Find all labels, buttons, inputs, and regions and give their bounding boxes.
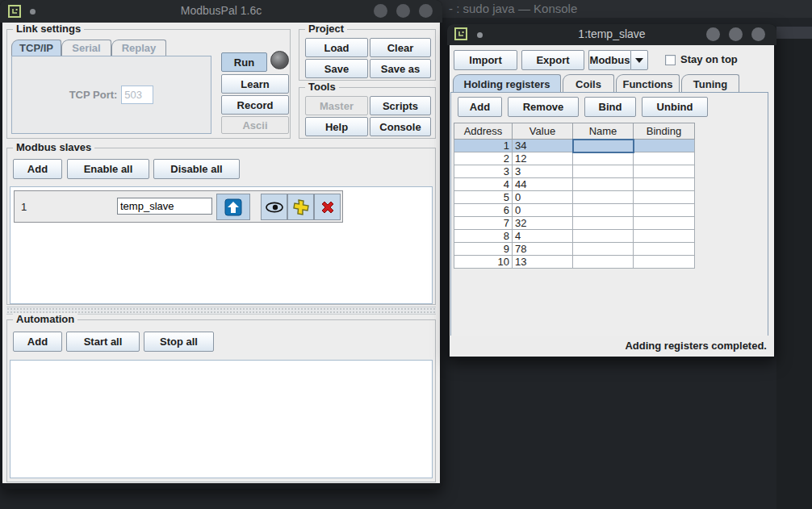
add-register-button[interactable]: Add bbox=[458, 97, 502, 117]
maximize-button[interactable] bbox=[396, 4, 410, 18]
slave-add-automation-button[interactable] bbox=[287, 194, 314, 220]
name-cell[interactable] bbox=[573, 165, 634, 178]
tab-serial[interactable]: Serial bbox=[61, 40, 111, 56]
minimize-button[interactable] bbox=[706, 27, 720, 41]
name-cell[interactable] bbox=[573, 256, 634, 269]
table-row[interactable]: 978 bbox=[454, 243, 695, 256]
table-row[interactable]: 1013 bbox=[454, 256, 695, 269]
header-address[interactable]: Address bbox=[454, 123, 513, 140]
tab-replay[interactable]: Replay bbox=[111, 40, 166, 56]
save-button[interactable]: Save bbox=[305, 59, 368, 78]
value-cell[interactable]: 44 bbox=[513, 178, 573, 191]
learn-button[interactable]: Learn bbox=[221, 74, 289, 94]
unbind-button[interactable]: Unbind bbox=[642, 97, 708, 117]
address-cell[interactable]: 1 bbox=[454, 140, 513, 152]
binding-cell[interactable] bbox=[634, 243, 695, 256]
name-cell[interactable] bbox=[573, 204, 634, 217]
slave-name-input[interactable] bbox=[117, 198, 212, 215]
header-name[interactable]: Name bbox=[573, 123, 634, 140]
tab-coils[interactable]: Coils bbox=[563, 74, 614, 93]
save-as-button[interactable]: Save as bbox=[370, 59, 431, 78]
tcp-port-input[interactable] bbox=[121, 86, 153, 104]
bind-button[interactable]: Bind bbox=[584, 97, 636, 117]
table-row[interactable]: 444 bbox=[454, 178, 695, 191]
slave-enable-toggle[interactable] bbox=[216, 194, 250, 220]
address-cell[interactable]: 6 bbox=[454, 204, 513, 217]
tab-tuning[interactable]: Tuning bbox=[681, 74, 739, 93]
binding-cell[interactable] bbox=[634, 165, 695, 178]
value-cell[interactable]: 0 bbox=[513, 191, 573, 204]
modbus-dropdown[interactable]: Modbus bbox=[588, 50, 648, 70]
value-cell[interactable]: 34 bbox=[513, 140, 573, 152]
binding-cell[interactable] bbox=[634, 204, 695, 217]
import-button[interactable]: Import bbox=[454, 50, 517, 70]
value-cell[interactable]: 32 bbox=[513, 217, 573, 230]
value-cell[interactable]: 0 bbox=[513, 204, 573, 217]
name-cell[interactable] bbox=[573, 230, 634, 243]
add-slave-button[interactable]: Add bbox=[13, 159, 62, 179]
table-row[interactable]: 84 bbox=[454, 230, 695, 243]
add-automation-button[interactable]: Add bbox=[13, 332, 62, 352]
name-cell[interactable] bbox=[573, 152, 634, 165]
load-button[interactable]: Load bbox=[305, 38, 368, 57]
delete-slave-button[interactable] bbox=[314, 194, 341, 220]
value-cell[interactable]: 3 bbox=[513, 165, 573, 178]
value-cell[interactable]: 13 bbox=[513, 256, 573, 269]
table-row[interactable]: 212 bbox=[454, 152, 695, 165]
address-cell[interactable]: 7 bbox=[454, 217, 513, 230]
binding-cell[interactable] bbox=[634, 191, 695, 204]
record-button[interactable]: Record bbox=[221, 95, 289, 115]
stop-all-button[interactable]: Stop all bbox=[144, 332, 214, 352]
binding-cell[interactable] bbox=[634, 152, 695, 165]
binding-cell[interactable] bbox=[634, 217, 695, 230]
slave-window-titlebar[interactable]: 1:temp_slave bbox=[447, 24, 776, 45]
slave-view-button[interactable] bbox=[261, 194, 287, 220]
modbuspal-titlebar[interactable]: ModbusPal 1.6c bbox=[0, 0, 442, 23]
table-row[interactable]: 60 bbox=[454, 204, 695, 217]
console-button[interactable]: Console bbox=[370, 117, 431, 136]
name-cell[interactable] bbox=[573, 191, 634, 204]
address-cell[interactable]: 5 bbox=[454, 191, 513, 204]
binding-cell[interactable] bbox=[634, 140, 695, 152]
header-binding[interactable]: Binding bbox=[634, 123, 695, 140]
master-button[interactable]: Master bbox=[305, 96, 368, 115]
binding-cell[interactable] bbox=[634, 178, 695, 191]
value-cell[interactable]: 78 bbox=[513, 243, 573, 256]
help-button[interactable]: Help bbox=[305, 117, 368, 136]
table-row[interactable]: 50 bbox=[454, 191, 695, 204]
table-row[interactable]: 33 bbox=[454, 165, 695, 178]
name-cell[interactable] bbox=[573, 243, 634, 256]
tab-holding-registers[interactable]: Holding registers bbox=[453, 74, 561, 93]
name-cell[interactable] bbox=[573, 178, 634, 191]
stay-on-top-checkbox[interactable] bbox=[665, 55, 676, 65]
address-cell[interactable]: 2 bbox=[454, 152, 513, 165]
disable-all-button[interactable]: Disable all bbox=[153, 159, 240, 179]
remove-register-button[interactable]: Remove bbox=[508, 97, 579, 117]
binding-cell[interactable] bbox=[634, 230, 695, 243]
run-button[interactable]: Run bbox=[221, 52, 267, 72]
address-cell[interactable]: 8 bbox=[454, 230, 513, 243]
header-value[interactable]: Value bbox=[513, 123, 573, 140]
scripts-button[interactable]: Scripts bbox=[370, 96, 431, 115]
table-row[interactable]: 732 bbox=[454, 217, 695, 230]
tab-functions[interactable]: Functions bbox=[616, 74, 680, 93]
address-cell[interactable]: 4 bbox=[454, 178, 513, 191]
value-cell[interactable]: 4 bbox=[513, 230, 573, 243]
binding-cell[interactable] bbox=[634, 256, 695, 269]
export-button[interactable]: Export bbox=[521, 50, 584, 70]
minimize-button[interactable] bbox=[374, 4, 387, 18]
clear-button[interactable]: Clear bbox=[370, 38, 431, 57]
start-all-button[interactable]: Start all bbox=[66, 332, 140, 352]
name-cell[interactable] bbox=[573, 217, 634, 230]
value-cell[interactable]: 12 bbox=[513, 152, 573, 165]
maximize-button[interactable] bbox=[729, 27, 743, 41]
tab-tcpip[interactable]: TCP/IP bbox=[11, 40, 61, 56]
close-button[interactable] bbox=[419, 4, 433, 18]
close-button[interactable] bbox=[751, 27, 765, 41]
name-cell[interactable] bbox=[573, 140, 634, 152]
address-cell[interactable]: 9 bbox=[454, 243, 513, 256]
ascii-button[interactable]: Ascii bbox=[221, 116, 289, 134]
slave-row[interactable]: 1 bbox=[14, 190, 343, 223]
enable-all-button[interactable]: Enable all bbox=[67, 159, 149, 179]
table-row[interactable]: 134 bbox=[454, 140, 695, 152]
